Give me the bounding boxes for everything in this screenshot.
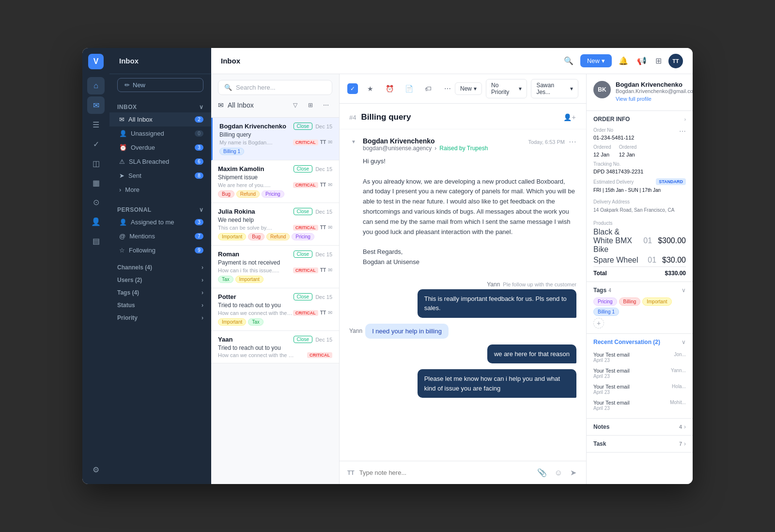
tag-billing-1[interactable]: Billing 1 <box>593 308 619 316</box>
channels-section[interactable]: Channels (4) › <box>109 261 211 274</box>
nav-layers-icon[interactable]: ◫ <box>87 155 105 172</box>
recent-conv-title[interactable]: Recent Conversation (2) <box>593 339 660 345</box>
conv-close-button[interactable]: Close <box>294 293 313 300</box>
nav-analytics-icon[interactable]: ▤ <box>87 232 105 250</box>
conv-tags: Important Tax <box>218 318 332 326</box>
tag-tax[interactable]: Tax <box>248 318 264 326</box>
tag-pricing[interactable]: Pricing <box>292 233 314 240</box>
conversation-item[interactable]: Maxim Kamolin Close Dec 15 Shipment issu… <box>211 160 339 203</box>
view-profile-link[interactable]: View full profile <box>616 96 693 102</box>
conversation-item[interactable]: Julia Rokina Close Dec 15 We need help T… <box>211 203 339 246</box>
sidebar-item-all-inbox[interactable]: ✉ All Inbox 2 <box>109 112 211 126</box>
conversation-title: Billing query <box>361 112 411 122</box>
tag-bug[interactable]: Bug <box>218 190 234 198</box>
conv-close-button[interactable]: Close <box>294 336 313 343</box>
user-avatar[interactable]: TT <box>668 54 683 68</box>
search-icon[interactable]: 🔍 <box>562 54 575 67</box>
emoji-icon[interactable]: ☺ <box>553 467 564 479</box>
tag-important[interactable]: Important <box>218 233 246 240</box>
conv-close-button[interactable]: Close <box>294 208 313 215</box>
tag-important[interactable]: Important <box>642 297 671 306</box>
nav-tasks-icon[interactable]: ✓ <box>87 135 105 153</box>
search-bar[interactable]: 🔍 Search here... <box>218 80 332 95</box>
layout-icon[interactable]: ⊞ <box>304 99 317 111</box>
tag-refund[interactable]: Refund <box>266 233 290 240</box>
tag-tax[interactable]: Tax <box>218 276 233 283</box>
sidebar-item-overdue[interactable]: ⏰ Overdue 3 <box>109 141 211 155</box>
new-button[interactable]: New ▾ <box>580 54 612 67</box>
select-checkbox[interactable]: ✓ <box>347 83 358 94</box>
tag-bug[interactable]: Bug <box>248 233 264 240</box>
grid-icon[interactable]: ⊞ <box>653 54 664 67</box>
alerts-icon[interactable]: 📢 <box>635 54 649 67</box>
tag-important[interactable]: Important <box>235 276 264 283</box>
sender-info: Bogdan Krivenchenko bogdan@unisense.agen… <box>363 137 488 152</box>
users-arrow-icon: › <box>202 277 203 283</box>
settings-icon[interactable]: ⚙ <box>87 461 105 478</box>
inbox-section-header[interactable]: Inbox ∨ <box>109 102 211 112</box>
sidebar-item-unassigned[interactable]: 👤 Unassigned 0 <box>109 126 211 141</box>
tag-pricing[interactable]: Pricing <box>593 297 617 306</box>
message-header: Bogdan Krivenchenko bogdan@unisense.agen… <box>363 137 576 152</box>
priority-dropdown[interactable]: No Priority ▾ <box>486 79 527 98</box>
recent-conv-collapse-icon[interactable]: ∨ <box>682 339 686 345</box>
priority-section[interactable]: Priority › <box>109 312 211 324</box>
sidebar-item-mentions[interactable]: @ Mentions 7 <box>109 229 211 243</box>
star-icon[interactable]: ★ <box>363 81 377 96</box>
attachment-icon[interactable]: 📎 <box>535 466 549 479</box>
order-more-icon[interactable]: ⋯ <box>679 127 686 141</box>
app-logo[interactable]: V <box>88 54 104 69</box>
conversation-item[interactable]: Potter Close Dec 15 Tried to reach out t… <box>211 288 339 331</box>
conversation-item[interactable]: Yaan Close Dec 15 Tried to reach out to … <box>211 331 339 363</box>
nav-wifi-icon[interactable]: ⊙ <box>87 193 105 211</box>
clock-icon[interactable]: ⏰ <box>382 81 397 96</box>
tags-collapse-icon[interactable]: ∨ <box>682 287 686 294</box>
tag-billing[interactable]: Billing <box>619 297 641 306</box>
conv-close-button[interactable]: Close <box>294 123 313 130</box>
tag-important[interactable]: Important <box>218 318 246 326</box>
sidebar-item-assigned-to-me[interactable]: 👤 Assigned to me 3 <box>109 215 211 229</box>
more-actions-icon[interactable]: ⋯ <box>440 81 455 96</box>
new-conversation-button[interactable]: ✏ New <box>117 78 203 92</box>
tag-billing-1[interactable]: Billing 1 <box>219 148 244 155</box>
message-toggle[interactable]: ▼ <box>349 137 358 146</box>
critical-badge: CRITICAL <box>293 182 318 188</box>
notes-section[interactable]: Notes 4 › <box>587 419 693 436</box>
status-section[interactable]: Status › <box>109 299 211 312</box>
more-options-icon[interactable]: ⋯ <box>320 99 332 111</box>
assignee-dropdown[interactable]: Sawan Jes... ▾ <box>531 79 578 98</box>
personal-section-header[interactable]: Personal ∨ <box>109 204 211 215</box>
tag-refund[interactable]: Refund <box>236 190 260 198</box>
tag-icon[interactable]: 🏷 <box>421 81 435 96</box>
sidebar-item-more[interactable]: › More <box>109 183 211 197</box>
tag-pricing[interactable]: Pricing <box>262 190 284 198</box>
add-tag-button[interactable]: + <box>593 318 604 329</box>
tasks-section[interactable]: Task 7 › <box>587 436 693 453</box>
sidebar-item-sla-breached[interactable]: ⚠ SLA Breached 6 <box>109 155 211 169</box>
status-dropdown[interactable]: New ▾ <box>455 82 482 95</box>
filter-icon[interactable]: ▽ <box>289 99 301 111</box>
reply-input[interactable] <box>359 469 530 476</box>
nav-users-icon[interactable]: 👤 <box>87 213 105 230</box>
nav-documents-icon[interactable]: ☰ <box>87 116 105 133</box>
conv-close-button[interactable]: Close <box>294 250 313 258</box>
products-label: Products <box>593 220 686 226</box>
conv-close-button[interactable]: Close <box>294 165 313 172</box>
tt-icon: TT <box>320 225 326 230</box>
sidebar-item-following[interactable]: ☆ Following 9 <box>109 243 211 257</box>
assign-button[interactable]: 👤+ <box>563 110 576 124</box>
nav-reports-icon[interactable]: ▦ <box>87 174 105 191</box>
users-section[interactable]: Users (2) › <box>109 274 211 286</box>
nav-inbox-icon[interactable]: ✉ <box>87 96 105 114</box>
conversation-item[interactable]: Bogdan Krivenchenko Close Dec 15 Billing… <box>211 118 339 160</box>
message-more-icon[interactable]: ⋯ <box>569 137 576 146</box>
nav-home-icon[interactable]: ⌂ <box>87 77 105 94</box>
sidebar-item-sent[interactable]: ➤ Sent 8 <box>109 169 211 183</box>
document-icon[interactable]: 📄 <box>402 81 416 96</box>
tags-section[interactable]: Tags (4) › <box>109 286 211 299</box>
overdue-icon: ⏰ <box>119 144 127 151</box>
conversation-item[interactable]: Roman Close Dec 15 Payment is not receiv… <box>211 246 339 288</box>
order-info-header[interactable]: ORDER INFO › <box>587 111 693 127</box>
notifications-icon[interactable]: 🔔 <box>617 54 630 67</box>
send-icon[interactable]: ➤ <box>568 466 578 479</box>
